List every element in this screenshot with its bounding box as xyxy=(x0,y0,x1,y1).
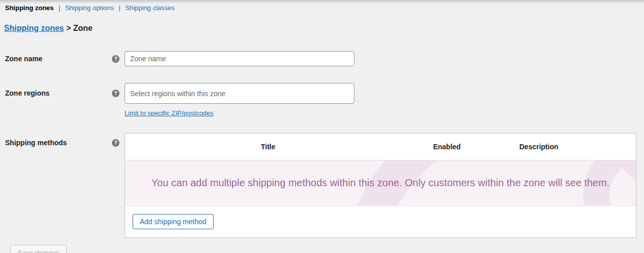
tab-shipping-options[interactable]: Shipping options xyxy=(65,4,114,12)
top-edge-shadow xyxy=(0,0,644,4)
tab-shipping-classes[interactable]: Shipping classes xyxy=(125,4,175,12)
help-icon[interactable]: ? xyxy=(112,139,119,147)
column-header-title: Title xyxy=(125,143,411,151)
table-header-row: Title Enabled Description xyxy=(125,134,636,160)
breadcrumb-shipping-zones-link[interactable]: Shipping zones xyxy=(4,24,64,32)
column-header-enabled: Enabled xyxy=(411,143,482,151)
shipping-methods-table: Title Enabled Description You can add mu… xyxy=(125,133,636,238)
zone-name-input[interactable] xyxy=(125,51,354,66)
tab-shipping-zones[interactable]: Shipping zones xyxy=(5,4,54,12)
limit-zip-postcodes-link[interactable]: Limit to specific ZIP/postcodes xyxy=(125,109,214,117)
tab-separator: | xyxy=(59,4,60,12)
zone-regions-label: Zone regions xyxy=(5,89,50,97)
breadcrumb-current-zone: Zone xyxy=(73,24,92,32)
table-footer-row: Add shipping method xyxy=(125,206,636,237)
breadcrumb-separator: > xyxy=(66,24,71,32)
add-shipping-method-button[interactable]: Add shipping method xyxy=(133,214,214,229)
empty-methods-message: You can add multiple shipping methods wi… xyxy=(151,177,610,189)
breadcrumb: Shipping zones > Zone xyxy=(4,23,93,33)
zone-regions-select[interactable] xyxy=(125,83,354,104)
shipping-zone-settings-page: { "top_nav": { "separator": "|", "items"… xyxy=(0,0,644,253)
shipping-methods-label: Shipping methods xyxy=(5,139,67,147)
help-icon[interactable]: ? xyxy=(112,55,119,63)
help-icon[interactable]: ? xyxy=(112,90,119,97)
shipping-settings-tab-nav: Shipping zones | Shipping options | Ship… xyxy=(5,4,175,12)
save-changes-button[interactable]: Save changes xyxy=(10,245,67,253)
tab-separator: | xyxy=(118,4,120,12)
empty-methods-message-row: You can add multiple shipping methods wi… xyxy=(125,160,636,206)
zone-name-label: Zone name xyxy=(5,55,43,63)
column-header-description: Description xyxy=(482,143,595,151)
